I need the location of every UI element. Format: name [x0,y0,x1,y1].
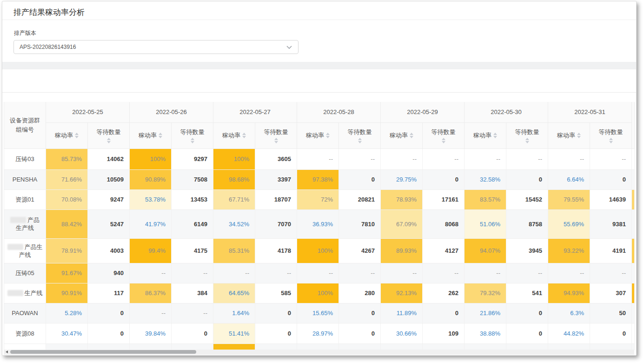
wait-cell: -- [423,263,465,283]
table-row: PENSHA71.66%1050990.89%750898.68%339797.… [4,169,635,189]
scrollbar-left-arrow[interactable] [6,351,8,353]
table-row: 产品生产线88.42%524741.97%614934.52%707036.93… [4,209,635,238]
wait-cell: 4191 [590,238,632,263]
redacted-blur [7,244,23,250]
overflow-column-cell [632,169,635,189]
wait-cell: 0 [339,169,381,189]
rate-header-2022-05-27[interactable]: 稼动率 [213,122,255,148]
wait-cell: 3397 [255,169,297,189]
wait-cell: 0 [506,303,548,323]
wait-header-2022-05-31[interactable]: 等待数量 [590,122,632,148]
wait-cell: 0 [590,169,632,189]
overflow-column-cell [632,344,635,350]
sort-icon [442,138,445,143]
wait-cell [590,344,632,350]
wait-cell: 585 [255,283,297,303]
wait-header-2022-05-30[interactable]: 等待数量 [506,122,548,148]
table-row: 生产线90.91%11786.37%38464.65%585100%28092.… [4,283,635,303]
rate-cell: -- [465,263,506,283]
wait-cell: 17161 [423,189,465,209]
wait-cell: 15452 [506,189,548,209]
rate-cell: -- [381,263,423,283]
sort-icon [191,138,194,143]
rate-cell: 97.38% [297,169,339,189]
rate-cell: -- [548,148,590,169]
page-title: 排产结果稼动率分析 [13,7,85,18]
wait-cell: -- [590,148,632,169]
schedule-version-select[interactable]: APS-20220826143916 [13,40,299,54]
overflow-column-cell [632,238,635,263]
resource-group-label [4,344,46,350]
rate-header-2022-05-29[interactable]: 稼动率 [381,122,423,148]
table-row: 产品生产线78.91%400399.4%417585.31%4178100%42… [4,238,635,263]
rate-cell: -- [130,303,172,323]
wait-cell: 0 [172,323,213,344]
wait-cell: 4175 [172,238,213,263]
rate-cell: 1.64% [213,303,255,323]
rate-cell: 78.91% [46,238,88,263]
rate-header-2022-05-30[interactable]: 稼动率 [465,122,506,148]
rate-cell: 6.3% [548,303,590,323]
wait-cell: 0 [255,323,297,344]
rate-cell: 21.86% [465,303,506,323]
overflow-column-cell [632,189,635,209]
section-divider [2,92,636,93]
rate-cell: 100% [297,283,339,303]
partial-row [4,344,635,350]
table-row: PAOWAN5.28%0----1.64%015.65%011.89%021.8… [4,303,635,323]
sort-icon [326,133,330,138]
rate-cell: -- [548,263,590,283]
scrollbar-thumb[interactable] [10,350,196,354]
redacted-blur [7,290,23,296]
wait-header-2022-05-26[interactable]: 等待数量 [172,122,213,148]
wait-cell: 3605 [255,148,297,169]
wait-cell: 0 [339,323,381,344]
overflow-column-cell [632,283,635,303]
wait-cell: 940 [88,263,130,283]
sort-icon [525,138,529,143]
rate-header-2022-05-31[interactable]: 稼动率 [548,122,590,148]
horizontal-scrollbar[interactable] [4,350,634,355]
wait-cell: -- [506,263,548,283]
wait-cell: 8068 [423,209,465,238]
rate-cell: -- [297,263,339,283]
date-header-row: 设备资源群 组编号 2022-05-252022-05-262022-05-27… [4,102,635,122]
wait-cell: 4178 [255,238,297,263]
wait-cell [88,344,130,350]
wait-cell: 3945 [506,238,548,263]
wait-cell: 0 [88,323,130,344]
resource-group-label: 资源01 [4,189,46,209]
wait-cell: 7508 [172,169,213,189]
wait-cell: 4267 [339,238,381,263]
rate-header-2022-05-28[interactable]: 稼动率 [297,122,339,148]
overflow-column-cell [632,323,635,344]
rate-header-2022-05-26[interactable]: 稼动率 [130,122,172,148]
wait-header-2022-05-25[interactable]: 等待数量 [88,122,130,148]
rate-cell: 6.64% [548,169,590,189]
section-separator-band [2,62,636,69]
rate-cell: 64.65% [213,283,255,303]
rate-header-2022-05-25[interactable]: 稼动率 [46,122,88,148]
rate-cell: 15.65% [297,303,339,323]
sort-icon [609,138,613,143]
rate-cell: 39.84% [130,323,172,344]
wait-cell: 307 [590,283,632,303]
date-header-2022-05-28: 2022-05-28 [297,102,381,122]
wait-cell: 7810 [339,209,381,238]
wait-cell: 280 [339,283,381,303]
wait-header-2022-05-27[interactable]: 等待数量 [255,122,297,148]
subheader-row: 稼动率等待数量稼动率等待数量稼动率等待数量稼动率等待数量稼动率等待数量稼动率等待… [4,122,635,148]
rate-cell: 28.97% [297,323,339,344]
rate-cell: 88.42% [46,209,88,238]
rate-cell: 93.22% [548,238,590,263]
rate-cell: 94.07% [465,238,506,263]
wait-cell [423,344,465,350]
table-row: 资源0170.08%924753.78%1345367.71%1870772%2… [4,189,635,209]
wait-header-2022-05-28[interactable]: 等待数量 [339,122,381,148]
rate-cell: 86.37% [130,283,172,303]
wait-cell: 0 [590,323,632,344]
rate-cell: 53.78% [130,189,172,209]
wait-header-2022-05-29[interactable]: 等待数量 [423,122,465,148]
wait-cell: 262 [423,283,465,303]
wait-cell: 0 [506,169,548,189]
